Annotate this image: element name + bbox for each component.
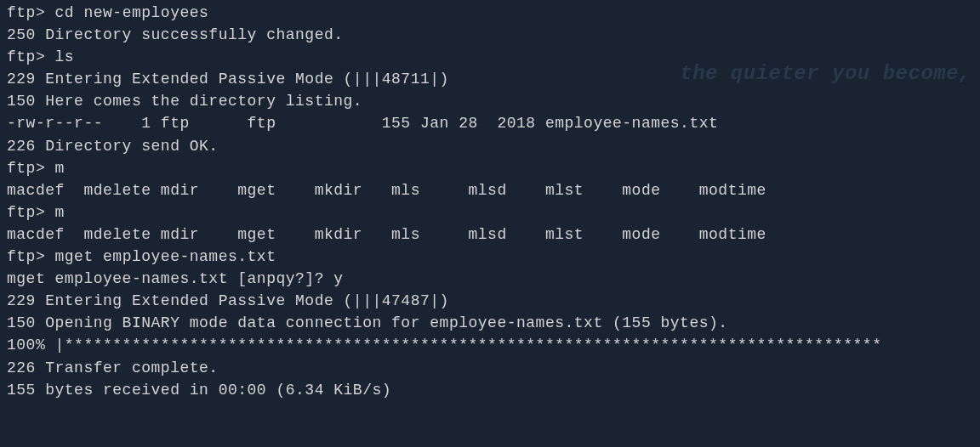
terminal-line: ftp> ls <box>7 46 973 68</box>
terminal-line: 150 Here comes the directory listing. <box>7 90 973 112</box>
terminal-line: ftp> m <box>7 157 973 179</box>
ftp-prompt: ftp> <box>7 48 55 65</box>
command-input: m <box>55 204 65 221</box>
terminal-line: 250 Directory successfully changed. <box>7 24 973 46</box>
terminal-line: ftp> mget employee-names.txt <box>7 246 973 268</box>
terminal-line: 150 Opening BINARY mode data connection … <box>7 312 973 334</box>
terminal-line: 229 Entering Extended Passive Mode (|||4… <box>7 290 973 312</box>
command-input: m <box>55 160 65 177</box>
progress-line: 100% |**********************************… <box>7 334 973 356</box>
terminal-line: -rw-r--r-- 1 ftp ftp 155 Jan 28 2018 emp… <box>7 112 973 134</box>
command-input: mget employee-names.txt <box>55 248 276 265</box>
terminal-line: ftp> cd new-employees <box>7 2 973 24</box>
terminal-line: 229 Entering Extended Passive Mode (|||4… <box>7 68 973 90</box>
ftp-prompt: ftp> <box>7 4 55 21</box>
terminal-line: 155 bytes received in 00:00 (6.34 KiB/s) <box>7 379 973 401</box>
ftp-prompt: ftp> <box>7 160 55 177</box>
ftp-prompt: ftp> <box>7 204 55 221</box>
tab-completion-line: macdef mdelete mdir mget mkdir mls mlsd … <box>7 224 973 246</box>
terminal-line: ftp> m <box>7 201 973 224</box>
ftp-prompt: ftp> <box>7 248 55 265</box>
terminal-output[interactable]: ftp> cd new-employees 250 Directory succ… <box>7 2 973 401</box>
command-input: ls <box>55 48 75 65</box>
terminal-line: 226 Transfer complete. <box>7 357 973 379</box>
terminal-line: mget employee-names.txt [anpqy?]? y <box>7 268 973 290</box>
tab-completion-line: macdef mdelete mdir mget mkdir mls mlsd … <box>7 179 973 201</box>
command-input: cd new-employees <box>55 4 209 21</box>
terminal-line: 226 Directory send OK. <box>7 135 973 157</box>
